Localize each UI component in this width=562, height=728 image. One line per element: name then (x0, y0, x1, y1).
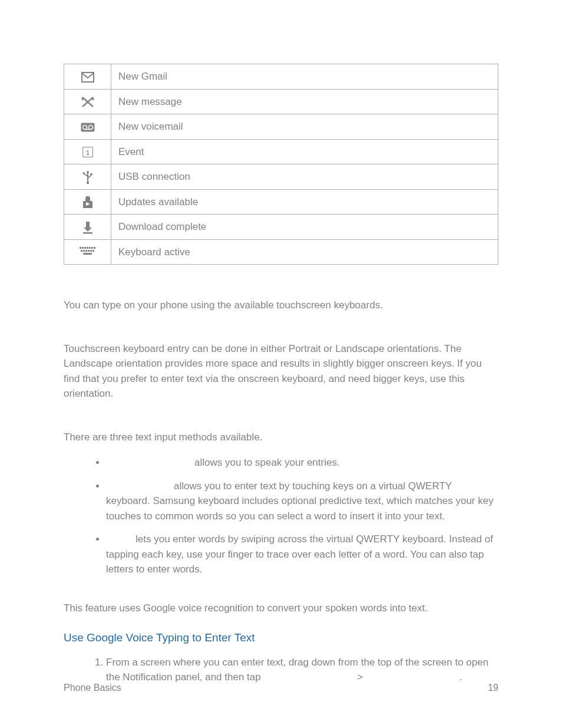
svg-rect-22 (87, 247, 88, 249)
table-cell-label: Updates available (111, 189, 498, 215)
table-cell-label: Keyboard active (111, 239, 498, 265)
svg-rect-20 (82, 247, 84, 249)
icon-cell (64, 189, 111, 215)
page-content: New Gmail New message (0, 0, 562, 685)
table-row: Download complete (64, 215, 498, 240)
svg-marker-17 (84, 228, 92, 232)
list-item-text: allows you to speak your entries. (194, 457, 340, 468)
svg-rect-25 (94, 247, 95, 249)
icon-cell: 1 (64, 139, 111, 164)
table-row: New message (64, 89, 498, 114)
table-cell-label: New message (111, 89, 498, 114)
list-item: allows you to speak your entries. (106, 455, 498, 470)
svg-rect-24 (91, 247, 93, 249)
icon-cell (64, 114, 111, 140)
table-row: 1 Event (64, 139, 498, 164)
svg-point-11 (86, 181, 88, 183)
svg-rect-31 (92, 250, 94, 252)
svg-rect-28 (85, 250, 87, 252)
notification-icons-table: New Gmail New message (64, 64, 498, 265)
svg-text:1: 1 (85, 149, 90, 156)
svg-rect-26 (81, 250, 82, 252)
page-footer: Phone Basics 19 (64, 681, 498, 695)
updates-available-icon (81, 195, 95, 209)
table-row: New voicemail (64, 114, 498, 140)
table-cell-label: Event (111, 139, 498, 164)
list-item: allows you to enter text by touching key… (106, 479, 498, 524)
icon-cell (64, 239, 111, 265)
subsection-heading: Use Google Voice Typing to Enter Text (64, 630, 498, 647)
steps-list: From a screen where you can enter text, … (64, 655, 498, 685)
svg-rect-16 (86, 222, 90, 228)
table-row: Keyboard active (64, 239, 498, 265)
list-item: lets you enter words by swiping across t… (106, 532, 498, 577)
keyboard-active-icon (80, 247, 96, 258)
icon-cell (64, 215, 111, 240)
svg-rect-27 (83, 250, 85, 252)
footer-section-title: Phone Basics (64, 681, 121, 695)
svg-rect-30 (90, 250, 92, 252)
paragraph: There are three text input methods avail… (64, 430, 498, 445)
step-text: From a screen where you can enter text, … (106, 657, 488, 683)
icon-cell (64, 64, 111, 90)
svg-rect-15 (86, 196, 90, 198)
svg-point-12 (82, 172, 85, 174)
message-icon (81, 95, 95, 109)
icon-cell (64, 164, 111, 190)
voicemail-icon (80, 123, 95, 132)
svg-rect-21 (84, 247, 86, 249)
usb-icon (81, 170, 95, 185)
footer-page-number: 19 (488, 681, 498, 695)
table-row: Updates available (64, 189, 498, 215)
paragraph: Touchscreen keyboard entry can be done i… (64, 341, 498, 401)
table-cell-label: New voicemail (111, 114, 498, 140)
paragraph: This feature uses Google voice recogniti… (64, 601, 498, 616)
icon-cell (64, 89, 111, 114)
table-row: USB connection (64, 164, 498, 190)
table-cell-label: Download complete (111, 215, 498, 240)
svg-rect-23 (89, 247, 91, 249)
calendar-event-icon: 1 (82, 146, 94, 159)
table-cell-label: USB connection (111, 164, 498, 190)
table-row: New Gmail (64, 64, 498, 90)
download-complete-icon (81, 220, 95, 235)
svg-rect-32 (83, 253, 92, 255)
list-item-text: lets you enter words by swiping across t… (106, 533, 493, 575)
table-cell-label: New Gmail (111, 64, 498, 90)
svg-rect-18 (83, 232, 92, 234)
input-methods-list: allows you to speak your entries. allows… (64, 455, 498, 577)
svg-rect-13 (90, 173, 92, 175)
step-item: From a screen where you can enter text, … (106, 655, 498, 685)
svg-rect-19 (80, 247, 81, 249)
svg-rect-29 (88, 250, 90, 252)
paragraph: You can type on your phone using the ava… (64, 298, 498, 313)
gmail-icon (81, 70, 95, 84)
list-item-text: allows you to enter text by touching key… (106, 480, 494, 522)
